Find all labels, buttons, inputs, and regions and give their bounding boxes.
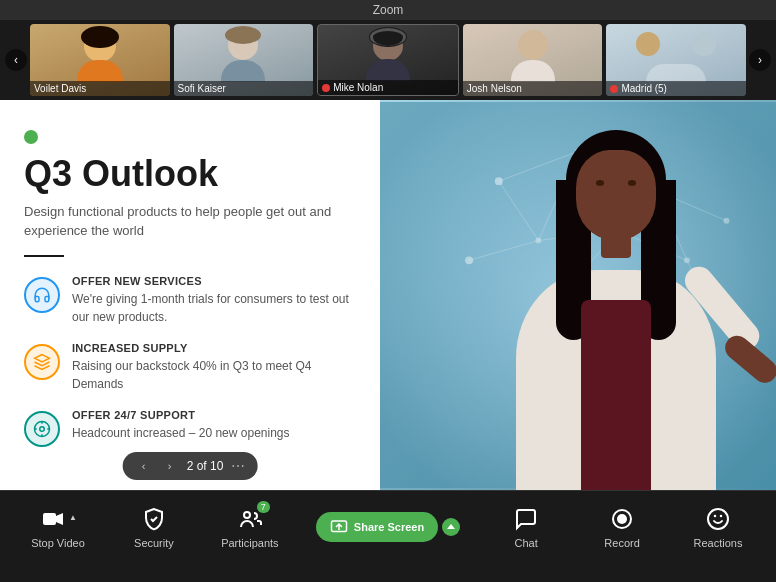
chat-item[interactable]: Chat <box>496 505 556 549</box>
slide-item-content-3: OFFER 24/7 SUPPORT Headcount increased –… <box>72 409 290 442</box>
participant-label-2: Sofi Kaiser <box>174 81 314 96</box>
security-icon <box>140 505 168 533</box>
participant-label-4: Josh Nelson <box>463 81 603 96</box>
slide-panel: Q3 Outlook Design functional products to… <box>0 100 380 490</box>
slide-item-content-2: INCREASED SUPPLY Raising our backstock 4… <box>72 342 356 393</box>
slide-options-button[interactable]: ⋯ <box>231 458 245 474</box>
participant-label-5: Madrid (5) <box>606 81 746 96</box>
slide-item-2: INCREASED SUPPLY Raising our backstock 4… <box>24 342 356 393</box>
caret-up-icon <box>447 524 455 529</box>
reactions-label: Reactions <box>694 537 743 549</box>
strip-nav-left[interactable]: ‹ <box>5 49 27 71</box>
chat-label: Chat <box>514 537 537 549</box>
main-content: Q3 Outlook Design functional products to… <box>0 100 776 490</box>
slide-item-desc-1: We're giving 1-month trials for consumer… <box>72 290 356 326</box>
svg-point-2 <box>40 426 45 431</box>
security-item[interactable]: Security <box>124 505 184 549</box>
participant-thumb-2[interactable]: Sofi Kaiser <box>174 24 314 96</box>
slide-items: OFFER NEW SERVICES We're giving 1-month … <box>24 275 356 447</box>
slide-item-title-1: OFFER NEW SERVICES <box>72 275 356 287</box>
participant-thumb-1[interactable]: Voilet Davis <box>30 24 170 96</box>
share-screen-item[interactable]: Share Screen <box>316 512 460 542</box>
green-indicator <box>24 130 38 144</box>
svg-point-32 <box>244 512 250 518</box>
toolbar: ▲ Stop Video Security 7 Participants <box>0 490 776 562</box>
slide-prev-button[interactable]: ‹ <box>135 457 153 475</box>
participants-item[interactable]: 7 Participants <box>220 505 280 549</box>
chat-icon <box>512 505 540 533</box>
slide-item-desc-3: Headcount increased – 20 new openings <box>72 424 290 442</box>
slide-item-title-2: INCREASED SUPPLY <box>72 342 356 354</box>
stop-video-icon-wrap: ▲ <box>39 505 77 533</box>
slide-item-content-1: OFFER NEW SERVICES We're giving 1-month … <box>72 275 356 326</box>
participant-thumb-3[interactable]: Mike Nolan <box>317 24 459 96</box>
slide-next-button[interactable]: › <box>161 457 179 475</box>
window-title: Zoom <box>373 3 404 17</box>
title-bar: Zoom <box>0 0 776 20</box>
participant-label-3: Mike Nolan <box>318 80 458 95</box>
slide-subtitle: Design functional products to help peopl… <box>24 202 356 241</box>
slide-divider <box>24 255 64 257</box>
security-label: Security <box>134 537 174 549</box>
slide-item-1: OFFER NEW SERVICES We're giving 1-month … <box>24 275 356 326</box>
participant-strip: ‹ Voilet Davis Sofi Kaiser <box>0 20 776 100</box>
participant-thumb-5[interactable]: Madrid (5) <box>606 24 746 96</box>
strip-nav-right[interactable]: › <box>749 49 771 71</box>
stop-video-item[interactable]: ▲ Stop Video <box>28 505 88 549</box>
reactions-icon <box>704 505 732 533</box>
svg-rect-30 <box>43 513 56 525</box>
stop-video-icon <box>39 505 67 533</box>
participant-thumb-4[interactable]: Josh Nelson <box>463 24 603 96</box>
slide-item-desc-2: Raising our backstock 40% in Q3 to meet … <box>72 357 356 393</box>
record-item[interactable]: Record <box>592 505 652 549</box>
svg-point-34 <box>617 514 627 524</box>
record-label: Record <box>604 537 639 549</box>
record-icon <box>608 505 636 533</box>
slide-item-3: OFFER 24/7 SUPPORT Headcount increased –… <box>24 409 356 447</box>
participants-badge: 7 <box>257 501 270 513</box>
slide-item-title-3: OFFER 24/7 SUPPORT <box>72 409 290 421</box>
reactions-item[interactable]: Reactions <box>688 505 748 549</box>
stop-video-caret[interactable]: ▲ <box>69 513 77 522</box>
slide-icon-1 <box>24 277 60 313</box>
slide-title: Q3 Outlook <box>24 154 356 194</box>
share-screen-button[interactable]: Share Screen <box>316 512 438 542</box>
presenter-figure <box>476 120 756 490</box>
slide-icon-2 <box>24 344 60 380</box>
svg-marker-31 <box>56 513 63 525</box>
slide-icon-3 <box>24 411 60 447</box>
share-screen-caret-button[interactable] <box>442 518 460 536</box>
video-panel <box>380 100 776 490</box>
slide-controls: ‹ › 2 of 10 ⋯ <box>123 452 258 480</box>
participant-thumbnails: Voilet Davis Sofi Kaiser Mike Nolan <box>30 24 746 96</box>
slide-page-info: 2 of 10 <box>187 459 224 473</box>
participants-icon: 7 <box>236 505 264 533</box>
share-screen-label: Share Screen <box>354 521 424 533</box>
svg-point-36 <box>708 509 728 529</box>
share-screen-wrapper: Share Screen <box>316 512 460 542</box>
participants-label: Participants <box>221 537 278 549</box>
participant-label-1: Voilet Davis <box>30 81 170 96</box>
svg-marker-0 <box>35 354 50 362</box>
stop-video-label: Stop Video <box>31 537 85 549</box>
